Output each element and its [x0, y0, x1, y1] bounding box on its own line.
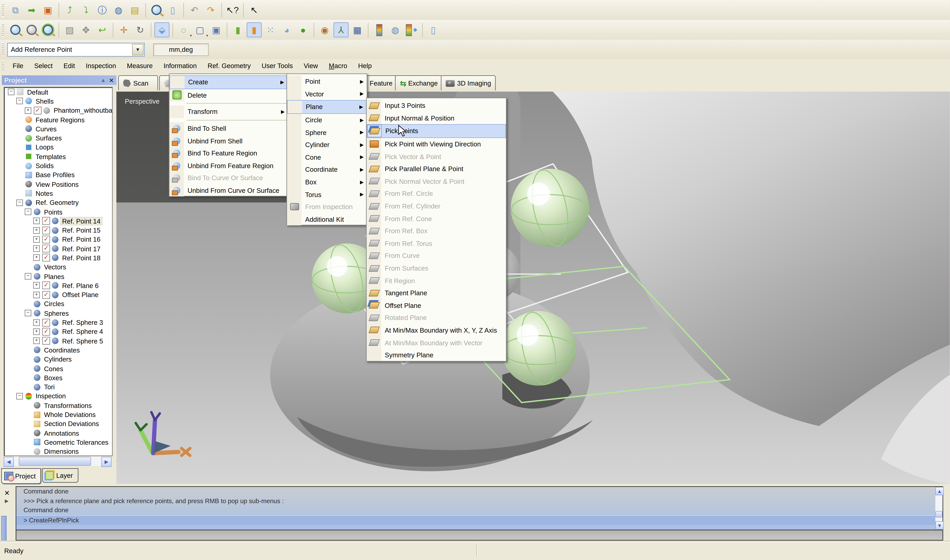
- region-display-icon[interactable]: ▮: [247, 22, 262, 37]
- menu-item-symmetry-plane[interactable]: Symmetry Plane: [367, 349, 506, 362]
- visibility-checkbox[interactable]: ✓: [42, 226, 50, 234]
- visibility-checkbox[interactable]: ✓: [42, 245, 50, 253]
- tab-3d-imaging[interactable]: 3D Imaging: [441, 75, 496, 91]
- shell-display-icon[interactable]: ▮: [230, 22, 245, 37]
- tree-item-ref-sphere-5[interactable]: +✓Ref. Sphere 5: [4, 336, 112, 346]
- import-folder-icon[interactable]: ⤵: [79, 2, 94, 17]
- expand-box-icon[interactable]: +: [33, 254, 40, 261]
- expand-box-icon[interactable]: +: [33, 328, 40, 335]
- visibility-checkbox[interactable]: ✓: [42, 282, 50, 289]
- solid-display-icon[interactable]: ◉: [317, 22, 332, 37]
- tree-item-cones[interactable]: Cones: [4, 364, 112, 373]
- menu-item-delete[interactable]: Delete: [170, 89, 288, 102]
- tree-item-ref-point-14[interactable]: +✓Ref. Point 14: [4, 216, 112, 226]
- tree-item-section-deviations[interactable]: Section Deviations: [4, 419, 112, 428]
- measurement-info-icon[interactable]: ⓘ: [95, 2, 110, 17]
- menubar-item-information[interactable]: Information: [158, 60, 202, 71]
- menu-item-plane[interactable]: Plane▶: [287, 100, 367, 114]
- tree-horizontal-scrollbar[interactable]: ◀ ▶: [4, 457, 111, 466]
- export-folder-icon[interactable]: ⤴: [62, 2, 77, 17]
- tree-item-default[interactable]: −Default: [4, 88, 112, 97]
- tree-item-coordinates[interactable]: Coordinates: [4, 346, 112, 355]
- visibility-checkbox[interactable]: ✓: [42, 217, 50, 225]
- print-preview-icon[interactable]: [149, 2, 164, 17]
- pan-view-icon[interactable]: ✛: [116, 22, 131, 37]
- menubar-item-view[interactable]: View: [298, 60, 324, 71]
- tree-item-ref-point-16[interactable]: +✓Ref. Point 16: [4, 235, 112, 244]
- tree-item-spheres[interactable]: −Spheres: [4, 309, 112, 318]
- report-icon[interactable]: ▤: [127, 2, 142, 17]
- menubar-item-macro[interactable]: Macro: [324, 60, 353, 71]
- tree-item-ref-sphere-3[interactable]: +✓Ref. Sphere 3: [4, 318, 112, 327]
- menu-item-unbind-from-shell[interactable]: Unbind From Shell: [170, 135, 288, 147]
- visibility-checkbox[interactable]: ✓: [42, 337, 50, 345]
- menu-item-box[interactable]: Box▶: [287, 176, 367, 188]
- tree-item-planes[interactable]: −Planes: [4, 272, 112, 281]
- tree-item-solids[interactable]: Solids: [4, 161, 112, 170]
- console-input-row[interactable]: [16, 530, 942, 540]
- tree-item-circles[interactable]: Circles: [4, 299, 112, 309]
- tree-item-cylinders[interactable]: Cylinders: [4, 355, 112, 364]
- menu-item-input-3-points[interactable]: Input 3 Points: [367, 99, 506, 112]
- tab-scan[interactable]: Scan: [118, 75, 158, 91]
- expand-box-icon[interactable]: +: [33, 337, 40, 344]
- expand-box-icon[interactable]: +: [33, 218, 40, 225]
- redo-icon[interactable]: ↷: [203, 2, 218, 17]
- rotate-view-icon[interactable]: ↻: [133, 22, 148, 37]
- zoom-window-icon[interactable]: [40, 22, 56, 37]
- tree-item-curves[interactable]: Curves: [4, 124, 112, 134]
- collapse-box-icon[interactable]: −: [25, 209, 31, 215]
- scroll-down-icon[interactable]: ▼: [935, 521, 944, 530]
- expand-box-icon[interactable]: +: [33, 227, 40, 234]
- wireframe-box-icon[interactable]: ▢▾: [192, 22, 207, 37]
- expand-box-icon[interactable]: +: [33, 291, 40, 298]
- tolerance-colorbar-icon[interactable]: ◆: [404, 22, 419, 37]
- menubar-item-file[interactable]: File: [7, 60, 29, 71]
- featureregion-display-icon[interactable]: ◕: [279, 22, 294, 37]
- panel-tab-layer[interactable]: Layer: [42, 468, 79, 483]
- expand-arrow-icon[interactable]: ▶: [5, 498, 15, 504]
- collapse-box-icon[interactable]: −: [16, 393, 23, 400]
- chevron-down-icon[interactable]: ▼: [132, 44, 143, 55]
- tree-item-dimensions[interactable]: Dimensions: [4, 447, 112, 456]
- viewport-split-icon[interactable]: ▣: [209, 22, 224, 37]
- scrollbar-thumb[interactable]: [19, 457, 91, 466]
- section-column-icon[interactable]: ▯: [426, 22, 441, 37]
- menu-item-tangent-plane[interactable]: Tangent Plane: [367, 287, 506, 299]
- tree-item-surfaces[interactable]: Surfaces: [4, 133, 112, 143]
- collapse-box-icon[interactable]: −: [25, 273, 31, 280]
- tree-item-boxes[interactable]: Boxes: [4, 373, 112, 382]
- expand-box-icon[interactable]: +: [33, 319, 40, 326]
- tree-item-geometric-tolerances[interactable]: Geometric Tolerances: [4, 438, 112, 447]
- expand-box-icon[interactable]: +: [33, 245, 40, 252]
- tab-exchange[interactable]: ⇆Exchange: [395, 75, 443, 91]
- visibility-checkbox[interactable]: ✓: [34, 106, 42, 114]
- shaded-view-icon[interactable]: ⬙: [154, 22, 170, 37]
- menu-item-additional-kit[interactable]: Additional Kit: [287, 213, 367, 226]
- zoom-previous-icon[interactable]: [24, 22, 39, 37]
- expand-box-icon[interactable]: +: [25, 107, 31, 114]
- menu-item-pick-parallel-plane-point[interactable]: Pick Parallel Plane & Point: [367, 163, 506, 175]
- menubar-item-user-tools[interactable]: User Tools: [256, 60, 298, 71]
- expand-box-icon[interactable]: +: [33, 236, 40, 243]
- menubar-item-edit[interactable]: Edit: [58, 60, 80, 71]
- rotate-parts-icon[interactable]: ✥: [79, 22, 94, 37]
- menubar-item-ref-geometry[interactable]: Ref. Geometry: [202, 60, 256, 71]
- menubar-item-inspection[interactable]: Inspection: [80, 60, 122, 71]
- menu-item-bind-to-feature-region[interactable]: Bind To Feature Region: [170, 147, 288, 160]
- collapse-arrow-icon[interactable]: ▲: [100, 77, 106, 83]
- menu-item-torus[interactable]: Torus▶: [287, 188, 367, 201]
- menu-item-transform[interactable]: Transform▶: [170, 106, 288, 118]
- select-cursor-icon[interactable]: ↖: [247, 2, 262, 17]
- menu-item-pick-points[interactable]: Pick Points: [367, 124, 506, 138]
- scroll-left-icon[interactable]: ◀: [4, 457, 14, 467]
- import-document-icon[interactable]: ➡: [24, 2, 39, 17]
- tree-item-transformations[interactable]: Transformations: [4, 401, 112, 410]
- visibility-checkbox[interactable]: ✓: [42, 318, 50, 326]
- tree-item-whole-deviations[interactable]: Whole Deviations: [4, 410, 112, 419]
- menu-item-sphere[interactable]: Sphere▶: [287, 126, 367, 138]
- tree-item-vectors[interactable]: Vectors: [4, 263, 112, 272]
- visibility-checkbox[interactable]: ✓: [42, 254, 50, 262]
- tree-item-shells[interactable]: −Shells: [4, 97, 112, 106]
- collapse-box-icon[interactable]: −: [16, 199, 23, 206]
